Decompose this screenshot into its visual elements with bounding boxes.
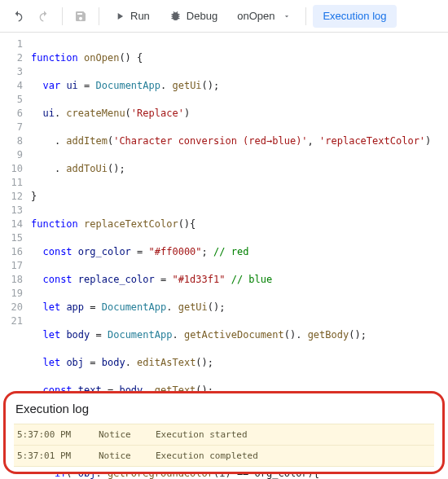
line-number: 19 [0,287,23,301]
log-time: 5:37:00 PM [17,429,81,440]
log-message: Execution started [156,429,248,440]
line-number: 17 [0,259,23,273]
toolbar-separator [305,7,306,25]
toolbar: Run Debug onOpen Execution log [0,0,448,33]
line-number: 9 [0,148,23,162]
undo-button[interactable] [7,5,29,28]
execution-log-label: Execution log [323,10,386,22]
debug-label: Debug [187,10,217,22]
line-number: 16 [0,245,23,259]
code-line: var ui = DocumentApp. getUi(); [31,79,441,93]
code-line: . addToUi(); [31,162,441,176]
line-number: 5 [0,93,23,107]
line-number: 6 [0,107,23,121]
code-line: let app = DocumentApp. getUi(); [31,301,441,314]
line-number: 1 [0,37,23,51]
line-number: 10 [0,162,23,176]
redo-icon [37,10,51,23]
redo-button[interactable] [33,5,55,28]
play-icon [114,11,125,22]
code-line: const org_color = "#ff0000"; // red [31,245,441,259]
code-line: . addItem('Character conversion (red→blu… [31,134,441,148]
chevron-down-icon [283,12,291,20]
line-number: 14 [0,218,23,231]
line-number: 11 [0,176,23,190]
toolbar-separator [99,7,99,25]
code-line: let obj = body. editAsText(); [31,356,441,370]
function-dropdown[interactable]: onOpen [229,5,299,28]
log-level: Notice [99,450,138,461]
log-time: 5:37:01 PM [17,450,81,461]
code-line: function onOpen() { [31,51,441,65]
line-number: 12 [0,190,23,204]
line-number: 21 [0,314,23,328]
code-line: } [31,190,441,204]
save-icon [74,10,87,23]
log-row: 5:37:00 PM Notice Execution started [14,424,434,445]
line-number: 8 [0,134,23,148]
save-button[interactable] [69,5,92,28]
debug-button[interactable]: Debug [161,5,226,28]
run-button[interactable]: Run [106,5,158,28]
line-number: 4 [0,79,23,93]
line-number: 3 [0,65,23,79]
code-line: const replace_color = "#1d33f1" // blue [31,273,441,287]
execution-log-panel: Execution log 5:37:00 PM Notice Executio… [3,391,445,474]
log-row: 5:37:01 PM Notice Execution completed [14,445,434,467]
execution-log-title: Execution log [14,400,434,424]
code-line: ui. createMenu('Replace') [31,107,441,121]
line-number: 20 [0,301,23,314]
bug-icon [169,10,182,22]
line-number: 18 [0,273,23,287]
toolbar-separator [62,7,63,25]
execution-log-button[interactable]: Execution log [313,5,396,28]
line-number: 13 [0,204,23,218]
function-selected: onOpen [237,10,275,22]
line-number: 2 [0,51,23,65]
undo-icon [11,10,24,23]
log-message: Execution completed [156,450,258,461]
log-level: Notice [99,429,138,440]
run-label: Run [130,10,150,22]
code-line: let body = DocumentApp. getActiveDocumen… [31,328,441,342]
line-number: 7 [0,121,23,134]
line-number: 15 [0,231,23,245]
code-line: function replaceTextColor(){ [31,218,441,231]
